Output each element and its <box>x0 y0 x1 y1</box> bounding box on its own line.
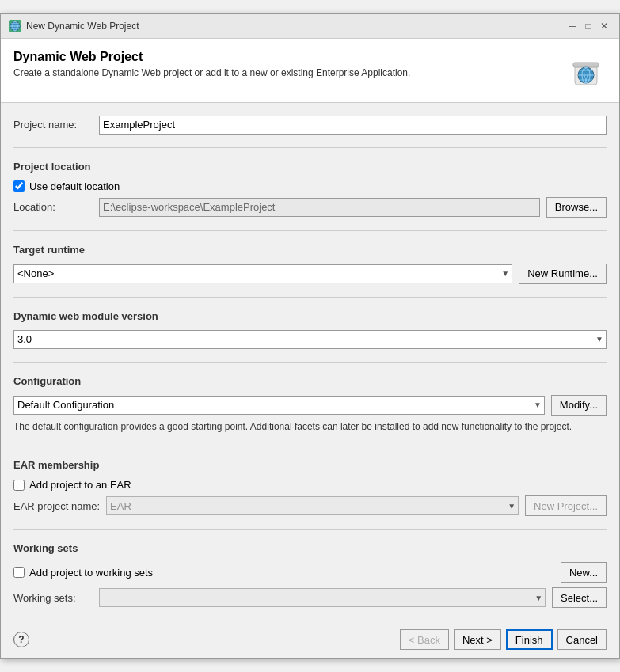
finish-button[interactable]: Finish <box>506 629 553 650</box>
maximize-button[interactable]: □ <box>581 19 595 33</box>
form-content: Project name: Project location Use defau… <box>1 103 619 621</box>
project-name-row: Project name: <box>13 116 607 135</box>
ear-membership-label: EAR membership <box>13 459 607 471</box>
add-to-ear-row: Add project to an EAR <box>13 479 607 491</box>
location-row: Location: Browse... <box>13 197 607 218</box>
target-runtime-select-wrapper: <None> ▼ <box>13 264 512 283</box>
configuration-select[interactable]: Default Configuration <box>13 396 545 415</box>
new-working-set-button[interactable]: New... <box>561 562 607 583</box>
target-runtime-section: Target runtime <None> ▼ New Runtime... <box>13 244 607 284</box>
modify-button[interactable]: Modify... <box>551 395 607 416</box>
title-bar-text: New Dynamic Web Project <box>26 21 139 32</box>
configuration-select-wrapper: Default Configuration ▼ <box>13 396 545 415</box>
footer: ? < Back Next > Finish Cancel <box>1 621 619 658</box>
new-project-button[interactable]: New Project... <box>525 495 607 516</box>
new-runtime-button[interactable]: New Runtime... <box>519 264 607 284</box>
help-button[interactable]: ? <box>13 632 29 647</box>
configuration-section: Configuration Default Configuration ▼ Mo… <box>13 375 607 434</box>
project-location-label: Project location <box>13 161 607 173</box>
ear-project-select-wrapper: EAR ▼ <box>106 496 519 515</box>
project-location-section: Project location Use default location Lo… <box>13 161 607 218</box>
add-to-working-sets-row: Add project to working sets New... <box>13 562 607 583</box>
project-name-input[interactable] <box>99 116 607 135</box>
target-runtime-label: Target runtime <box>13 244 607 256</box>
header-text: Dynamic Web Project Create a standalone … <box>13 50 557 78</box>
dynamic-web-module-section: Dynamic web module version 3.0 2.5 2.4 2… <box>13 310 607 349</box>
ear-project-name-row: EAR project name: EAR ▼ New Project... <box>13 495 607 516</box>
add-to-ear-checkbox[interactable] <box>13 480 25 491</box>
svg-rect-6 <box>573 63 599 67</box>
ear-membership-section: EAR membership Add project to an EAR EAR… <box>13 459 607 516</box>
dialog-icon <box>9 20 21 32</box>
dynamic-web-module-select-wrapper: 3.0 2.5 2.4 2.3 ▼ <box>13 330 607 349</box>
working-sets-label: Working sets <box>13 542 607 554</box>
header-title: Dynamic Web Project <box>13 50 557 64</box>
working-sets-section: Working sets Add project to working sets… <box>13 542 607 608</box>
title-bar-controls: ─ □ ✕ <box>565 19 611 33</box>
add-to-working-sets-checkbox[interactable] <box>13 567 25 578</box>
use-default-location-text: Use default location <box>29 180 120 192</box>
add-to-working-sets-text: Add project to working sets <box>29 567 153 579</box>
working-sets-select[interactable] <box>99 588 546 607</box>
footer-buttons: < Back Next > Finish Cancel <box>400 629 607 650</box>
next-button[interactable]: Next > <box>454 629 501 650</box>
header-icon <box>565 50 607 91</box>
add-to-ear-text: Add project to an EAR <box>29 479 131 491</box>
target-runtime-row: <None> ▼ New Runtime... <box>13 264 607 284</box>
header-description: Create a standalone Dynamic Web project … <box>13 67 557 78</box>
working-sets-row: Working sets: ▼ Select... <box>13 587 607 608</box>
select-button[interactable]: Select... <box>552 587 607 608</box>
use-default-location-row: Use default location <box>13 180 607 192</box>
configuration-description: The default configuration provides a goo… <box>13 420 607 434</box>
close-button[interactable]: ✕ <box>597 19 611 33</box>
location-label: Location: <box>13 201 93 213</box>
ear-project-name-label: EAR project name: <box>13 500 100 512</box>
add-to-working-sets-check-row: Add project to working sets <box>13 567 554 579</box>
browse-button[interactable]: Browse... <box>546 197 607 218</box>
location-input[interactable] <box>99 198 540 217</box>
header-section: Dynamic Web Project Create a standalone … <box>1 39 619 103</box>
working-sets-select-wrapper: ▼ <box>99 588 546 607</box>
title-bar-left: New Dynamic Web Project <box>9 20 139 32</box>
cancel-button[interactable]: Cancel <box>557 629 607 650</box>
configuration-row: Default Configuration ▼ Modify... <box>13 395 607 416</box>
back-button[interactable]: < Back <box>400 629 449 650</box>
working-sets-field-label: Working sets: <box>13 592 93 604</box>
title-bar: New Dynamic Web Project ─ □ ✕ <box>1 14 619 39</box>
ear-project-select[interactable]: EAR <box>106 496 519 515</box>
configuration-label: Configuration <box>13 375 607 387</box>
project-name-label: Project name: <box>13 119 93 131</box>
use-default-location-checkbox[interactable] <box>13 180 25 192</box>
dynamic-web-module-select[interactable]: 3.0 2.5 2.4 2.3 <box>13 330 607 349</box>
dynamic-web-module-label: Dynamic web module version <box>13 310 607 322</box>
target-runtime-select[interactable]: <None> <box>13 264 512 283</box>
dialog-window: New Dynamic Web Project ─ □ ✕ Dynamic We… <box>0 13 620 659</box>
minimize-button[interactable]: ─ <box>565 19 580 33</box>
